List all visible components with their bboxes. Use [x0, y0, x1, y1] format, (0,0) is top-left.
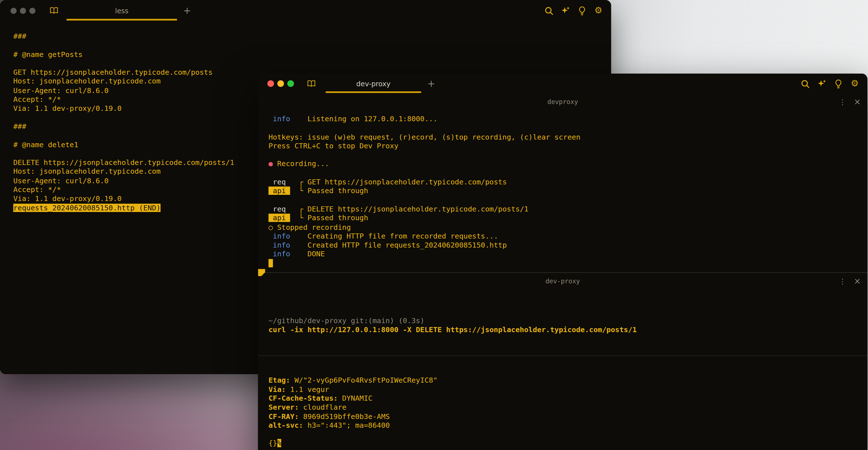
terminal-line: Press CTRL+C to stop Dev Proxy [269, 142, 867, 151]
terminal-line: ### [13, 32, 602, 41]
desktop-background: less + ⚙ ### # @name getPosts GET https:… [0, 0, 868, 450]
terminal-line [269, 169, 867, 178]
tips-lightbulb-icon[interactable] [833, 79, 843, 89]
active-tab-underline [66, 19, 177, 21]
settings-gear-icon[interactable]: ⚙ [850, 79, 860, 89]
tab-title: dev-proxy [356, 80, 391, 88]
terminal-line: req ┌ GET https://jsonplaceholder.typico… [269, 178, 867, 187]
ai-sparkle-icon[interactable] [560, 6, 570, 16]
terminal-line: ~/github/dev-proxy git:(main) (0.3s) [269, 317, 867, 325]
terminal-line: api └ Passed through [269, 214, 867, 223]
pane-menu-icon[interactable]: ⋮ [839, 277, 846, 286]
terminal-line [13, 41, 602, 50]
tab-less[interactable]: less [66, 0, 177, 21]
terminal-line: Etag: W/"2-vyGp6PvFo4RvsFtPoIWeCReyIC8" [269, 376, 867, 385]
new-tab-button[interactable]: + [182, 6, 192, 15]
devproxy-titlebar[interactable]: dev-proxy + ⚙ [258, 73, 867, 94]
terminal-line [269, 123, 867, 132]
close-button[interactable] [10, 8, 17, 14]
active-tab-underline [326, 91, 421, 93]
terminal-line: CF-Cache-Status: DYNAMIC [269, 394, 867, 403]
search-icon[interactable] [544, 6, 554, 16]
tab-dev-proxy[interactable]: dev-proxy [326, 73, 421, 94]
titlebar-icons: ⚙ [544, 6, 603, 16]
terminal-line [269, 196, 867, 205]
terminal-line: Via: 1.1 vegur [269, 385, 867, 394]
tips-lightbulb-icon[interactable] [577, 6, 587, 16]
pane-menu-icon[interactable]: ⋮ [839, 97, 846, 106]
terminal-line: req ┌ DELETE https://jsonplaceholder.typ… [269, 205, 867, 214]
zoom-button[interactable] [287, 80, 294, 87]
ai-sparkle-icon[interactable] [816, 79, 826, 89]
terminal-line: Hotkeys: issue (w)eb request, (r)ecord, … [269, 132, 867, 142]
pane-title: dev-proxy [546, 277, 580, 285]
bookmarks-book-icon[interactable] [306, 79, 316, 89]
terminal-line: ○ Stopped recording [269, 223, 867, 232]
command-block-header: ~/github/dev-proxy git:(main) (0.3s)curl… [269, 317, 867, 334]
window-controls [10, 8, 35, 14]
settings-gear-icon[interactable]: ⚙ [593, 6, 603, 16]
terminal-line: info Created HTTP file requests_20240620… [269, 241, 867, 250]
window-controls [268, 80, 294, 87]
terminal-line: info Creating HTTP file from recorded re… [269, 232, 867, 241]
window-dev-proxy: dev-proxy + ⚙ devproxy [258, 73, 867, 450]
terminal-line: # @name getPosts [13, 50, 602, 59]
minimize-button[interactable] [20, 8, 26, 14]
bookmarks-book-icon[interactable] [49, 6, 59, 16]
pane-actions: ⋮ × [839, 273, 861, 290]
pane-close-icon[interactable]: × [854, 97, 861, 106]
pane-close-icon[interactable]: × [854, 277, 861, 286]
new-tab-button[interactable]: + [426, 79, 437, 88]
close-button[interactable] [268, 80, 274, 87]
shell-content[interactable]: ~/github/dev-proxy git:(main) (0.3s)curl… [258, 290, 867, 450]
less-titlebar[interactable]: less + ⚙ [0, 0, 611, 21]
pane-title: devproxy [547, 98, 578, 106]
terminal-line: {}% [269, 439, 867, 448]
search-icon[interactable] [800, 79, 810, 89]
terminal-line: alt-svc: h3=":443"; ma=86400 [269, 421, 867, 430]
screen: less + ⚙ ### # @name getPosts GET https:… [0, 0, 868, 450]
terminal-line [269, 151, 867, 159]
terminal-line: CF-RAY: 8969d519bffe0b3e-AMS [269, 412, 867, 421]
terminal-line [13, 59, 602, 68]
titlebar-icons: ⚙ [800, 79, 860, 89]
terminal-line: Server: cloudflare [269, 403, 867, 412]
command-block-output: Etag: W/"2-vyGp6PvFo4RvsFtPoIWeCReyIC8"V… [269, 376, 867, 450]
terminal-line: info Listening on 127.0.0.1:8000... [269, 115, 867, 123]
command-block-separator [258, 355, 867, 356]
tab-title: less [115, 6, 128, 14]
terminal-line: ● Recording... [269, 159, 867, 169]
zoom-button[interactable] [29, 8, 35, 14]
pane-header[interactable]: dev-proxy ⋮ × [258, 273, 867, 290]
terminal-line: info DONE [269, 250, 867, 259]
terminal-line: api └ Passed through [269, 187, 867, 196]
pane-shell: dev-proxy ⋮ × ~/github/dev-proxy git:(ma… [258, 272, 867, 450]
terminal-line: curl -ix http://127.0.0.1:8000 -X DELETE… [269, 325, 867, 334]
minimize-button[interactable] [277, 80, 284, 87]
terminal-line [269, 448, 867, 450]
devproxy-log-content[interactable]: info Listening on 127.0.0.1:8000... Hotk… [258, 110, 867, 268]
pane-actions: ⋮ × [839, 94, 861, 110]
pane-devproxy-log: devproxy ⋮ × info Listening on 127.0.0.1… [258, 94, 867, 272]
terminal-line [269, 430, 867, 439]
pane-header[interactable]: devproxy ⋮ × [258, 94, 867, 110]
terminal-line [269, 259, 867, 268]
